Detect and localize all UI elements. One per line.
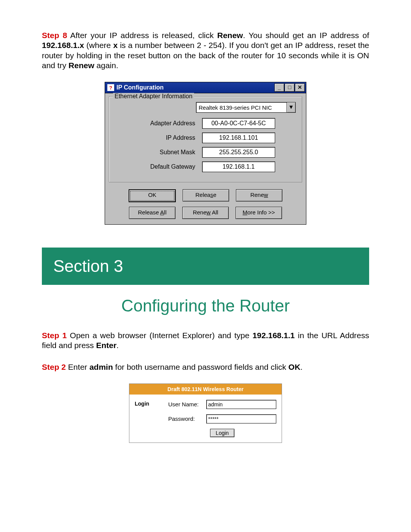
- renew-all-button[interactable]: Renew All: [182, 207, 229, 219]
- maximize-button[interactable]: □: [285, 83, 295, 92]
- password-input[interactable]: *****: [206, 414, 276, 423]
- username-label: User Name:: [168, 401, 206, 407]
- fieldset-legend: Ethernet Adapter Information: [113, 93, 194, 100]
- password-label: Password:: [168, 415, 206, 422]
- default-gateway-label: Default Gateway: [115, 163, 202, 170]
- more-info-button[interactable]: More Info >>: [236, 207, 282, 219]
- renew-button[interactable]: Renew: [236, 189, 282, 201]
- release-button[interactable]: Release: [183, 189, 229, 201]
- adapter-address-value: 00-A0-0C-C7-64-5C: [202, 118, 275, 129]
- close-button[interactable]: ✕: [295, 83, 305, 92]
- login-dialog: Draft 802.11N Wireless Router Login User…: [129, 383, 282, 443]
- ip-config-window: ? IP Configuration _ □ ✕ Ethernet Adapte…: [105, 82, 306, 225]
- window-title: IP Configuration: [116, 84, 164, 91]
- chevron-down-icon: ▼: [287, 102, 295, 112]
- adapter-dropdown[interactable]: Realtek 8139-series PCI NIC ▼: [196, 102, 296, 113]
- step1-label: Step 1: [42, 331, 67, 340]
- app-icon: ?: [107, 84, 114, 91]
- adapter-dropdown-value: Realtek 8139-series PCI NIC: [196, 104, 287, 111]
- subnet-mask-label: Subnet Mask: [115, 149, 202, 156]
- login-header: Draft 802.11N Wireless Router: [129, 384, 282, 395]
- step8-label: Step 8: [42, 31, 67, 40]
- subnet-mask-value: 255.255.255.0: [202, 147, 275, 158]
- section-banner: Section 3: [42, 248, 369, 285]
- section-title: Configuring the Router: [42, 296, 369, 315]
- step1-paragraph: Step 1 Open a web browser (Internet Expl…: [42, 331, 369, 351]
- login-button[interactable]: Login: [210, 429, 234, 437]
- login-side-label: Login: [129, 400, 168, 437]
- ip-address-label: IP Address: [115, 134, 202, 141]
- username-input[interactable]: admin: [206, 400, 276, 409]
- release-all-button[interactable]: Release All: [129, 207, 175, 219]
- adapter-address-label: Adapter Address: [115, 120, 202, 127]
- ip-address-value: 192.168.1.101: [202, 133, 275, 143]
- step8-paragraph: Step 8 After your IP address is released…: [42, 30, 369, 70]
- step2-paragraph: Step 2 Enter admin for both username and…: [42, 362, 369, 372]
- adapter-info-fieldset: Ethernet Adapter Information Realtek 813…: [109, 96, 302, 182]
- minimize-button[interactable]: _: [274, 83, 284, 92]
- default-gateway-value: 192.168.1.1: [202, 161, 275, 172]
- step2-label: Step 2: [42, 363, 66, 371]
- ip-config-titlebar: ? IP Configuration _ □ ✕: [105, 82, 306, 93]
- ok-button[interactable]: OK: [129, 189, 176, 202]
